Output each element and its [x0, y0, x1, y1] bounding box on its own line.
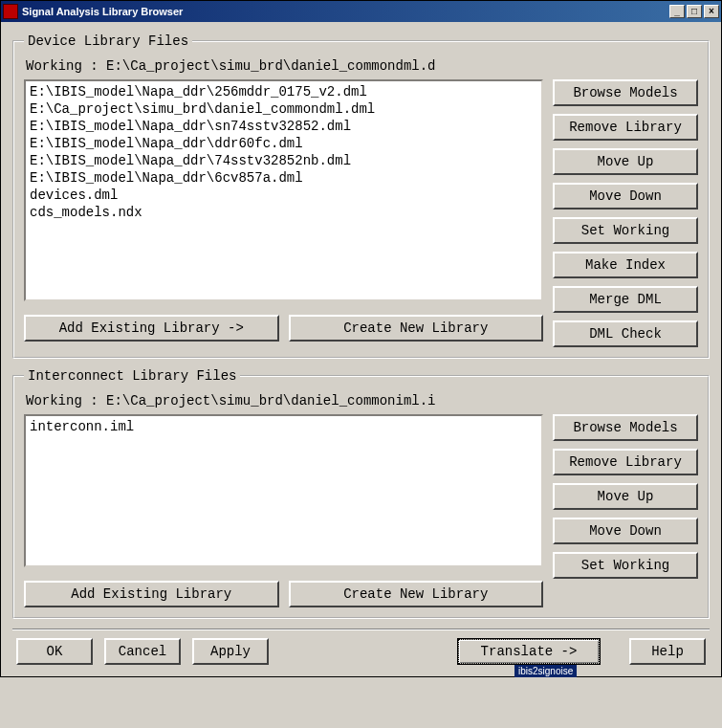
move-up-button[interactable]: Move Up	[553, 483, 698, 510]
app-window: Signal Analysis Library Browser _ □ × De…	[0, 0, 722, 677]
remove-library-button[interactable]: Remove Library	[553, 114, 698, 141]
create-new-library-button[interactable]: Create New Library	[289, 581, 544, 607]
move-up-button[interactable]: Move Up	[553, 148, 698, 175]
interconnect-working-path: E:\Ca_project\simu_brd\daniel_commoniml.…	[106, 393, 435, 408]
list-item[interactable]: cds_models.ndx	[30, 204, 537, 221]
merge-dml-button[interactable]: Merge DML	[553, 286, 698, 313]
interconnect-library-legend: Interconnect Library Files	[24, 368, 240, 384]
list-item[interactable]: E:\IBIS_model\Napa_ddr\sn74sstv32852.dml	[30, 118, 537, 135]
list-item[interactable]: devices.dml	[30, 187, 537, 204]
minimize-icon[interactable]: _	[669, 5, 685, 18]
interconnect-side-buttons: Browse Models Remove Library Move Up Mov…	[553, 414, 698, 579]
list-item[interactable]: E:\IBIS_model\Napa_ddr\ddr60fc.dml	[30, 135, 537, 152]
footer-buttons: OK Cancel Apply Translate -> Help ibis2s…	[12, 634, 710, 665]
window-title: Signal Analysis Library Browser	[22, 6, 669, 17]
add-existing-library-button[interactable]: Add Existing Library ->	[24, 315, 279, 342]
maximize-icon[interactable]: □	[687, 5, 702, 18]
list-item[interactable]: interconn.iml	[30, 418, 537, 435]
interconnect-library-group: Interconnect Library Files Working : E:\…	[12, 368, 710, 619]
device-working-line: Working : E:\Ca_project\simu_brd\daniel_…	[26, 58, 698, 74]
apply-button[interactable]: Apply	[192, 638, 269, 665]
device-library-listbox[interactable]: E:\IBIS_model\Napa_ddr\256mddr_0175_v2.d…	[24, 79, 543, 301]
separator	[12, 629, 710, 630]
set-working-button[interactable]: Set Working	[553, 552, 698, 579]
client-area: Device Library Files Working : E:\Ca_pro…	[1, 22, 721, 676]
interconnect-working-line: Working : E:\Ca_project\simu_brd\daniel_…	[26, 393, 698, 408]
close-icon[interactable]: ×	[704, 5, 719, 18]
titlebar: Signal Analysis Library Browser _ □ ×	[1, 1, 721, 22]
dml-check-button[interactable]: DML Check	[553, 320, 698, 347]
window-controls: _ □ ×	[669, 5, 719, 18]
add-existing-library-button[interactable]: Add Existing Library	[24, 581, 279, 607]
interconnect-library-listbox[interactable]: interconn.iml	[24, 414, 543, 567]
app-icon	[3, 4, 18, 19]
move-down-button[interactable]: Move Down	[553, 518, 698, 544]
cancel-button[interactable]: Cancel	[104, 638, 181, 665]
list-item[interactable]: E:\IBIS_model\Napa_ddr\256mddr_0175_v2.d…	[30, 83, 537, 100]
translate-button[interactable]: Translate ->	[457, 638, 601, 665]
move-down-button[interactable]: Move Down	[553, 183, 698, 210]
list-item[interactable]: E:\IBIS_model\Napa_ddr\74sstv32852nb.dml	[30, 152, 537, 169]
device-library-legend: Device Library Files	[24, 33, 192, 49]
device-working-path: E:\Ca_project\simu_brd\daniel_commondml.…	[106, 58, 435, 74]
list-item[interactable]: E:\Ca_project\simu_brd\daniel_commondml.…	[30, 100, 537, 118]
create-new-library-button[interactable]: Create New Library	[289, 315, 544, 342]
translate-tooltip: ibis2signoise	[514, 665, 577, 677]
device-library-group: Device Library Files Working : E:\Ca_pro…	[12, 33, 710, 359]
interconnect-working-label: Working :	[26, 393, 98, 408]
browse-models-button[interactable]: Browse Models	[553, 79, 698, 106]
device-side-buttons: Browse Models Remove Library Move Up Mov…	[553, 79, 698, 347]
device-working-label: Working :	[26, 58, 98, 74]
set-working-button[interactable]: Set Working	[553, 217, 698, 244]
list-item[interactable]: E:\IBIS_model\Napa_ddr\6cv857a.dml	[30, 169, 537, 187]
make-index-button[interactable]: Make Index	[553, 252, 698, 278]
help-button[interactable]: Help	[629, 638, 706, 665]
ok-button[interactable]: OK	[16, 638, 93, 665]
browse-models-button[interactable]: Browse Models	[553, 414, 698, 441]
remove-library-button[interactable]: Remove Library	[553, 449, 698, 475]
